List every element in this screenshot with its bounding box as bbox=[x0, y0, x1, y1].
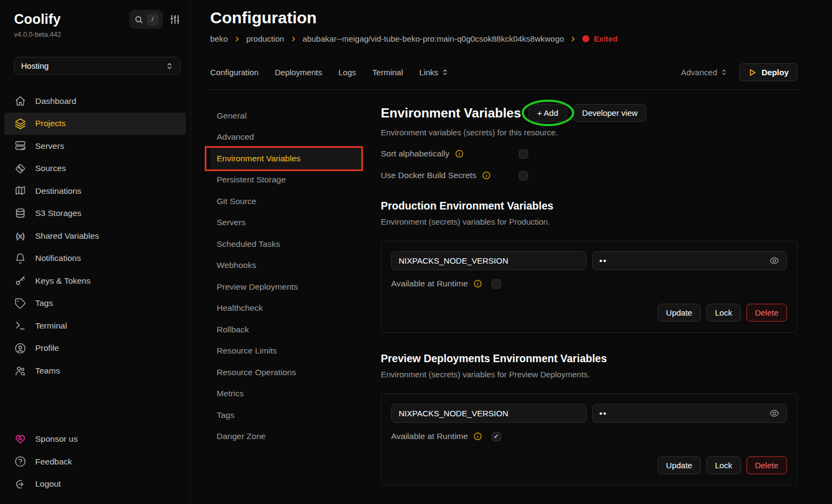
lock-button[interactable]: Lock bbox=[706, 456, 741, 474]
heart-hands-icon bbox=[14, 434, 26, 445]
env-var-card-production: NIXPACKS_NODE_VERSION •• Available at Ru… bbox=[381, 241, 797, 333]
settings-sliders-icon[interactable] bbox=[170, 14, 180, 25]
sidebar-item-logout[interactable]: Logout bbox=[4, 473, 186, 496]
breadcrumb-resource[interactable]: abubakar--meigag/vid-tube-beko-pro:main-… bbox=[303, 34, 564, 43]
sidebar-item-label: Keys & Tokens bbox=[35, 276, 90, 286]
lock-button[interactable]: Lock bbox=[706, 304, 741, 322]
app-root: Coolify / v4.0.0-beta.442 Hosting Dashbo… bbox=[0, 0, 832, 504]
sidebar-nav: Dashboard Projects Servers Sources Desti… bbox=[0, 90, 190, 382]
submenu-item-metrics[interactable]: Metrics bbox=[210, 383, 362, 405]
submenu-item-webhooks[interactable]: Webhooks bbox=[210, 255, 362, 277]
sidebar-item-label: Servers bbox=[35, 141, 64, 151]
runtime-label: Available at Runtime bbox=[391, 431, 468, 441]
submenu-item-environment-variables[interactable]: Environment Variables bbox=[210, 148, 362, 169]
env-vars-panel: Environment Variables + Add Developer vi… bbox=[381, 90, 797, 504]
runtime-checkbox[interactable] bbox=[492, 279, 501, 289]
slash-key-badge: / bbox=[147, 14, 159, 25]
sidebar-item-feedback[interactable]: Feedback bbox=[4, 450, 186, 473]
submenu-item-persistent-storage[interactable]: Persistent Storage bbox=[210, 169, 362, 191]
card-actions: Update Lock Delete bbox=[391, 304, 787, 322]
submenu-item-healthcheck[interactable]: Healthcheck bbox=[210, 298, 362, 319]
sidebar-item-s3-storages[interactable]: S3 Storages bbox=[4, 202, 186, 225]
submenu-item-resource-operations[interactable]: Resource Operations bbox=[210, 362, 362, 383]
toggle-row-sort: Sort alphabetically bbox=[381, 149, 797, 159]
search-button[interactable]: / bbox=[129, 10, 163, 29]
env-var-name-input[interactable]: NIXPACKS_NODE_VERSION bbox=[391, 404, 587, 423]
submenu-item-scheduled-tasks[interactable]: Scheduled Tasks bbox=[210, 233, 362, 255]
env-var-value-input[interactable]: •• bbox=[592, 404, 788, 423]
sidebar-item-destinations[interactable]: Destinations bbox=[4, 180, 186, 202]
add-button[interactable]: + Add bbox=[529, 104, 567, 122]
docker-build-secrets-checkbox[interactable] bbox=[519, 171, 528, 180]
toggle-label: Use Docker Build Secrets bbox=[381, 171, 477, 180]
submenu-item-servers[interactable]: Servers bbox=[210, 212, 362, 234]
toggle-row-docker-secrets: Use Docker Build Secrets bbox=[381, 171, 797, 180]
submenu-item-rollback[interactable]: Rollback bbox=[210, 319, 362, 341]
advanced-dropdown[interactable]: Advanced bbox=[681, 68, 727, 77]
chevron-right-icon bbox=[569, 35, 577, 43]
delete-button[interactable]: Delete bbox=[746, 304, 787, 322]
tab-logs[interactable]: Logs bbox=[339, 68, 356, 77]
sidebar-item-teams[interactable]: Teams bbox=[4, 359, 186, 382]
sidebar-item-dashboard[interactable]: Dashboard bbox=[4, 90, 186, 113]
sidebar-item-terminal[interactable]: Terminal bbox=[4, 315, 186, 337]
user-circle-icon bbox=[14, 343, 26, 354]
panel-subtitle: Environment variables (secrets) for this… bbox=[381, 128, 797, 137]
submenu-item-advanced[interactable]: Advanced bbox=[210, 127, 362, 148]
sidebar-item-keys-tokens[interactable]: Keys & Tokens bbox=[4, 270, 186, 292]
search-icon bbox=[134, 15, 143, 24]
sidebar-item-label: Tags bbox=[35, 298, 53, 308]
sidebar-item-projects[interactable]: Projects bbox=[4, 113, 186, 135]
update-button[interactable]: Update bbox=[658, 456, 701, 474]
sidebar-item-notifications[interactable]: Notifications bbox=[4, 247, 186, 270]
submenu-item-preview-deployments[interactable]: Preview Deployments bbox=[210, 276, 362, 298]
preview-section-title: Preview Deployments Environment Variable… bbox=[381, 352, 797, 365]
info-icon bbox=[473, 279, 482, 288]
tab-terminal[interactable]: Terminal bbox=[372, 68, 403, 77]
tab-links[interactable]: Links bbox=[419, 68, 448, 77]
submenu-item-danger-zone[interactable]: Danger Zone bbox=[210, 426, 362, 448]
developer-view-button[interactable]: Developer view bbox=[574, 104, 647, 122]
sidebar-item-sources[interactable]: Sources bbox=[4, 158, 186, 180]
info-icon bbox=[473, 432, 482, 441]
sidebar-item-tags[interactable]: Tags bbox=[4, 292, 186, 315]
sidebar-item-sponsor[interactable]: Sponsor us bbox=[4, 428, 186, 451]
breadcrumb-team[interactable]: beko bbox=[210, 34, 228, 43]
sidebar-item-servers[interactable]: Servers bbox=[4, 135, 186, 158]
deploy-button-label: Deploy bbox=[762, 68, 789, 77]
team-selector-value: Hosting bbox=[21, 61, 49, 70]
submenu-item-tags[interactable]: Tags bbox=[210, 404, 362, 426]
tab-deployments[interactable]: Deployments bbox=[275, 68, 322, 77]
sort-alphabetically-checkbox[interactable] bbox=[519, 149, 528, 159]
update-button[interactable]: Update bbox=[658, 304, 701, 322]
eye-icon[interactable] bbox=[769, 256, 779, 266]
sidebar-footer-nav: Sponsor us Feedback Logout bbox=[0, 428, 190, 496]
env-var-name-input[interactable]: NIXPACKS_NODE_VERSION bbox=[391, 251, 587, 270]
git-source-icon bbox=[14, 163, 26, 174]
env-var-value-input[interactable]: •• bbox=[592, 251, 788, 270]
production-section-title: Production Environment Variables bbox=[381, 200, 797, 212]
eye-icon[interactable] bbox=[769, 408, 779, 418]
sidebar-item-label: Sources bbox=[35, 163, 66, 173]
submenu-item-general[interactable]: General bbox=[210, 105, 362, 127]
team-selector[interactable]: Hosting bbox=[14, 57, 180, 75]
runtime-checkbox[interactable] bbox=[492, 432, 501, 441]
info-icon bbox=[482, 171, 491, 180]
sidebar-item-label: Projects bbox=[35, 119, 66, 128]
sidebar-item-shared-variables[interactable]: (x) Shared Variables bbox=[4, 225, 186, 247]
deploy-button[interactable]: Deploy bbox=[739, 63, 797, 81]
breadcrumb: beko production abubakar--meigag/vid-tub… bbox=[210, 34, 797, 43]
breadcrumb-environment[interactable]: production bbox=[246, 34, 284, 43]
layers-icon bbox=[14, 118, 26, 129]
tab-configuration[interactable]: Configuration bbox=[210, 68, 258, 77]
preview-section-subtitle: Environment (secrets) variables for Prev… bbox=[381, 370, 797, 379]
submenu-item-git-source[interactable]: Git Source bbox=[210, 191, 362, 212]
sidebar-item-profile[interactable]: Profile bbox=[4, 337, 186, 360]
delete-button[interactable]: Delete bbox=[746, 456, 787, 474]
submenu-item-resource-limits[interactable]: Resource Limits bbox=[210, 341, 362, 362]
panel-header: Environment Variables + Add Developer vi… bbox=[381, 104, 797, 122]
bell-icon bbox=[14, 253, 26, 264]
env-var-card-preview: NIXPACKS_NODE_VERSION •• Available at Ru… bbox=[381, 394, 797, 486]
tabs-actions: Advanced Deploy bbox=[681, 63, 797, 81]
terminal-icon bbox=[14, 320, 26, 331]
